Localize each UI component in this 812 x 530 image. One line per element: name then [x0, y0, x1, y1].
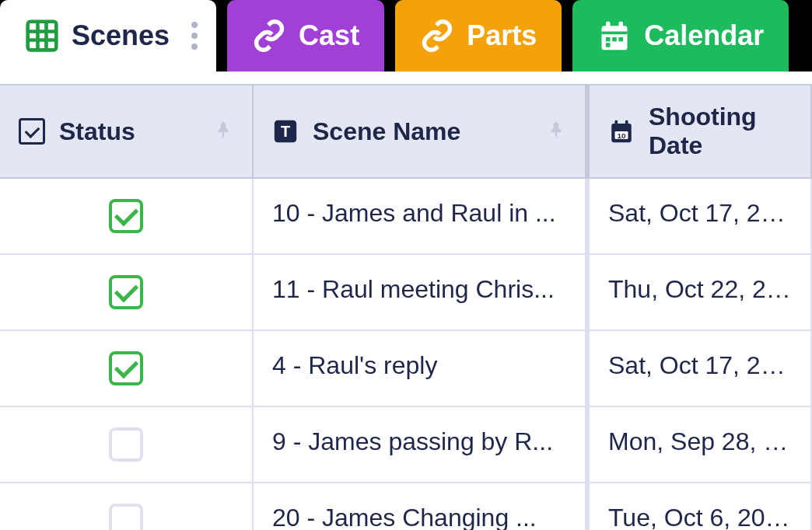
table-row[interactable]: 9 - James passing by R... Mon, Sep 28, 2…: [0, 407, 812, 483]
svg-rect-11: [619, 37, 624, 42]
status-checkbox[interactable]: [109, 275, 143, 309]
svg-rect-7: [619, 22, 624, 29]
cell-scene-name[interactable]: 4 - Raul's reply: [254, 331, 586, 406]
tab-cast[interactable]: Cast: [227, 0, 384, 71]
tab-calendar-label: Calendar: [644, 19, 764, 52]
text-column-icon: T: [272, 118, 299, 145]
tabs-bar: Scenes Cast Parts: [0, 0, 812, 71]
cell-shooting-date[interactable]: Thu, Oct 22, 2020: [586, 255, 812, 330]
tab-parts-label: Parts: [467, 19, 537, 52]
table-row[interactable]: 11 - Raul meeting Chris... Thu, Oct 22, …: [0, 255, 812, 331]
tab-calendar[interactable]: Calendar: [572, 0, 789, 71]
tab-scenes-label: Scenes: [72, 19, 170, 52]
svg-rect-0: [28, 22, 57, 51]
column-header-date-label: Shooting Date: [649, 103, 792, 160]
pin-icon[interactable]: [213, 117, 233, 146]
status-checkbox[interactable]: [109, 504, 143, 530]
date-column-icon: 10: [608, 118, 635, 145]
pin-icon[interactable]: [546, 117, 566, 146]
tab-scenes[interactable]: Scenes: [0, 0, 216, 71]
svg-rect-16: [615, 120, 618, 126]
cell-shooting-date[interactable]: Sat, Oct 17, 2020 1: [586, 179, 812, 253]
cell-status: [0, 179, 254, 253]
cell-scene-name[interactable]: 10 - James and Raul in ...: [254, 179, 586, 253]
table-header: Status T Scene Name 10: [0, 84, 812, 179]
column-header-date[interactable]: 10 Shooting Date: [586, 85, 812, 177]
column-header-status[interactable]: Status: [0, 85, 254, 177]
cell-status: [0, 331, 254, 406]
svg-rect-12: [606, 43, 611, 47]
svg-rect-17: [625, 120, 628, 126]
link-icon: [252, 19, 286, 53]
cell-scene-name[interactable]: 9 - James passing by R...: [254, 407, 586, 482]
svg-rect-9: [606, 37, 611, 42]
tab-parts[interactable]: Parts: [395, 0, 562, 71]
column-header-status-label: Status: [59, 117, 135, 146]
checkbox-column-icon: [19, 118, 45, 145]
column-header-name-label: Scene Name: [313, 117, 460, 146]
cell-shooting-date[interactable]: Sat, Oct 17, 2020 0: [586, 331, 812, 406]
tab-menu-icon[interactable]: [191, 22, 198, 50]
cell-status: [0, 483, 254, 530]
status-checkbox[interactable]: [109, 351, 143, 385]
cell-scene-name[interactable]: 20 - James Changing ...: [254, 483, 586, 530]
table-row[interactable]: 4 - Raul's reply Sat, Oct 17, 2020 0: [0, 331, 812, 407]
svg-rect-10: [612, 37, 617, 42]
cell-shooting-date[interactable]: Mon, Sep 28, 2020: [586, 407, 812, 482]
tab-cast-label: Cast: [299, 19, 359, 52]
cell-status: [0, 407, 254, 482]
grid-icon: [25, 19, 59, 53]
calendar-icon: [597, 19, 632, 53]
status-checkbox[interactable]: [109, 199, 143, 233]
table-row[interactable]: 10 - James and Raul in ... Sat, Oct 17, …: [0, 179, 812, 255]
column-header-name[interactable]: T Scene Name: [254, 85, 586, 177]
svg-text:10: 10: [617, 131, 626, 140]
svg-rect-6: [606, 22, 611, 29]
svg-text:T: T: [281, 123, 290, 140]
svg-rect-8: [602, 32, 628, 35]
status-checkbox[interactable]: [109, 427, 143, 462]
table-row[interactable]: 20 - James Changing ... Tue, Oct 6, 2020…: [0, 483, 812, 530]
table: Status T Scene Name 10: [0, 71, 812, 530]
cell-scene-name[interactable]: 11 - Raul meeting Chris...: [254, 255, 586, 330]
link-icon: [420, 19, 454, 53]
cell-status: [0, 255, 254, 330]
cell-shooting-date[interactable]: Tue, Oct 6, 2020 0: [586, 483, 812, 530]
